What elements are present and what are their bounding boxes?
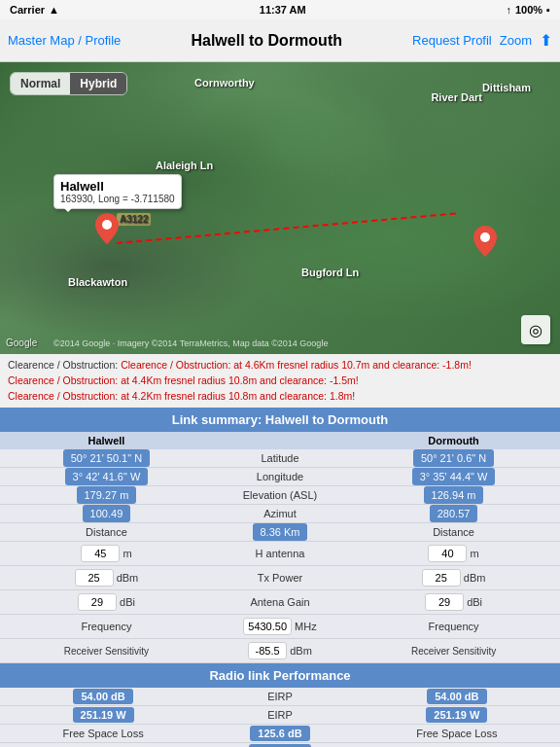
clearance-text-2: Clearence / Obstruction: at 4.4Km fresne… xyxy=(8,374,359,386)
frequency-unit: MHz xyxy=(295,621,317,632)
dormouth-antenna-gain-input[interactable]: 29 xyxy=(425,593,464,611)
h-antenna-unit-right: m xyxy=(471,548,479,559)
halwell-eirp-w: 251.19 W xyxy=(73,707,134,723)
status-right: ↑ 100% ▪ xyxy=(506,4,550,16)
table-row-distance: Distance 8.36 Km Distance xyxy=(0,523,560,542)
h-antenna-unit-left: m xyxy=(122,548,131,559)
distance-value: 8.36 Km xyxy=(253,523,308,541)
latitude-label: Latitude xyxy=(213,449,347,468)
dormouth-elevation: 126.94 m xyxy=(424,486,484,504)
nav-bar: Master Map / Profile Halwell to Dormouth… xyxy=(0,19,560,62)
halwell-popup: Halwell 163930, Long = -3.711580 xyxy=(53,174,182,209)
halwell-eirp-db: 54.00 dB xyxy=(73,689,132,704)
gps-button[interactable]: ◎ xyxy=(521,315,550,344)
antenna-gain-unit-left: dBi xyxy=(120,596,135,608)
dormouth-eirp-db: 54.00 dB xyxy=(427,689,486,704)
popup-coords: 163930, Long = -3.711580 xyxy=(60,194,175,204)
antenna-gain-label: Antena Gain xyxy=(213,590,347,615)
table-row-azimut: 100.49 Azimut 280.57 xyxy=(0,505,560,523)
free-space-value: 125.6 dB xyxy=(250,726,309,741)
elevation-label: Elevation (ASL) xyxy=(213,486,347,505)
halwell-antenna-gain-input[interactable]: 29 xyxy=(78,593,117,611)
nav-right-area: Request Profil Zoom ⬆ xyxy=(412,31,552,50)
halwell-pin[interactable] xyxy=(95,213,119,244)
svg-point-0 xyxy=(102,220,112,230)
link-summary-section: Link summary: Halwell to Dormouth Halwel… xyxy=(0,408,560,747)
battery-label: 100% xyxy=(515,4,542,16)
halwell-diffraction-label: Min. Diffraction Loss xyxy=(0,743,206,747)
tx-power-label: Tx Power xyxy=(213,566,347,590)
svg-point-1 xyxy=(480,232,490,242)
center-col-header xyxy=(213,432,347,449)
nav-title: Halwell to Dormouth xyxy=(191,32,342,50)
halwell-h-antenna-input[interactable]: 45 xyxy=(81,545,120,562)
dormouth-frequency-label: Frequency xyxy=(347,615,560,639)
table-row-elevation: 179.27 m Elevation (ASL) 126.94 m xyxy=(0,486,560,505)
dormouth-eirp-w: 251.19 W xyxy=(426,707,487,723)
table-row-h-antenna: 45 m H antenna 40 m xyxy=(0,542,560,566)
halwell-sensitivity-label: Receiver Sensitivity xyxy=(0,639,213,663)
sensitivity-value-input[interactable]: -85.5 xyxy=(248,642,287,659)
clearance-line-2: Clearence / Obstruction: at 4.4Km fresne… xyxy=(8,374,552,389)
map-type-toggle[interactable]: Normal Hybrid xyxy=(10,72,127,95)
halwell-azimut: 100.49 xyxy=(83,505,131,522)
table-row-longitude: 3° 42' 41.6" W Longitude 3° 35' 44.4" W xyxy=(0,468,560,486)
halwell-distance-label: Distance xyxy=(0,523,213,542)
dormouth-azimut: 280.57 xyxy=(430,505,478,522)
dormouth-tx-power-input[interactable]: 25 xyxy=(422,569,461,587)
halwell-tx-power-input[interactable]: 25 xyxy=(75,569,114,587)
tx-power-unit-right: dBm xyxy=(464,572,486,584)
dormouth-latitude: 50° 21' 0.6" N xyxy=(413,449,494,467)
dormouth-longitude: 3° 35' 44.4" W xyxy=(412,468,496,485)
h-antenna-label: H antenna xyxy=(213,542,347,566)
dormouth-h-antenna-input[interactable]: 40 xyxy=(428,545,467,562)
eirp-label-2: EIRP xyxy=(206,706,354,725)
halwell-free-space-label: Free Space Loss xyxy=(0,725,206,743)
popup-title: Halwell xyxy=(60,179,175,194)
clearance-text-3: Clearence / Obstruction: at 4.2Km fresne… xyxy=(8,390,355,402)
carrier-label: Carrier xyxy=(10,4,45,16)
gps-icon: ◎ xyxy=(529,321,542,339)
halwell-latitude: 50° 21' 50.1" N xyxy=(63,449,150,467)
zoom-button[interactable]: Zoom xyxy=(500,33,532,48)
table-row-antenna-gain: 29 dBi Antena Gain 29 dBi xyxy=(0,590,560,615)
wifi-icon: ▲ xyxy=(49,4,59,16)
request-profile-button[interactable]: Request Profil xyxy=(412,33,492,48)
map-copyright: ©2014 Google · Imagery ©2014 TerraMetric… xyxy=(53,338,328,348)
sensitivity-unit: dBm xyxy=(290,645,312,657)
frequency-value-input[interactable]: 5430.50 xyxy=(243,618,292,635)
arrow-icon: ↑ xyxy=(506,4,511,16)
link-summary-table: Halwell Dormouth 50° 21' 50.1" N Latitud… xyxy=(0,432,560,663)
dormouth-col-header: Dormouth xyxy=(347,432,560,449)
clearance-line-1: Clearence / Obstruction: Clearence / Obs… xyxy=(8,358,552,374)
map-container[interactable]: River Dart Dittisham Cornworthy Blackawt… xyxy=(0,62,560,354)
status-time: 11:37 AM xyxy=(260,4,306,16)
map-type-hybrid-button[interactable]: Hybrid xyxy=(70,73,126,94)
clearance-line-3: Clearence / Obstruction: at 4.2Km fresne… xyxy=(8,389,552,405)
eirp-label-1: EIRP xyxy=(206,688,354,706)
longitude-label: Longitude xyxy=(213,468,347,486)
tx-power-unit-left: dBm xyxy=(117,572,139,584)
dormouth-pin[interactable] xyxy=(473,226,497,257)
map-type-normal-button[interactable]: Normal xyxy=(11,73,70,94)
battery-icon: ▪ xyxy=(546,4,550,16)
link-summary-header: Link summary: Halwell to Dormouth xyxy=(0,408,560,432)
dormouth-diffraction-label: Min. Diffraction Loss xyxy=(354,743,560,747)
table-row-latitude: 50° 21' 50.1" N Latitude 50° 21' 0.6" N xyxy=(0,449,560,468)
azimut-label: Azimut xyxy=(213,505,347,523)
share-icon[interactable]: ⬆ xyxy=(540,31,552,50)
table-row-frequency: Frequency 5430.50 MHz Frequency xyxy=(0,615,560,639)
status-left: Carrier ▲ xyxy=(10,4,59,16)
table-row-diffraction: Min. Diffraction Loss 7.94 dBm Min. Diff… xyxy=(0,743,560,747)
table-row-sensitivity: Receiver Sensitivity -85.5 dBm Receiver … xyxy=(0,639,560,663)
nav-left-button[interactable]: Master Map / Profile xyxy=(8,33,121,48)
antenna-gain-unit-right: dBi xyxy=(467,596,482,608)
status-bar: Carrier ▲ 11:37 AM ↑ 100% ▪ xyxy=(0,0,560,19)
table-row-free-space: Free Space Loss 125.6 dB Free Space Loss xyxy=(0,725,560,743)
table-row-eirp-w: 251.19 W EIRP 251.19 W xyxy=(0,706,560,725)
radio-perf-header: Radio link Performance xyxy=(0,663,560,688)
dormouth-distance-label: Distance xyxy=(347,523,560,542)
clearance-section: Clearence / Obstruction: Clearence / Obs… xyxy=(0,354,560,408)
radio-perf-table: 54.00 dB EIRP 54.00 dB 251.19 W EIRP 251… xyxy=(0,688,560,747)
halwell-col-header: Halwell xyxy=(0,432,213,449)
